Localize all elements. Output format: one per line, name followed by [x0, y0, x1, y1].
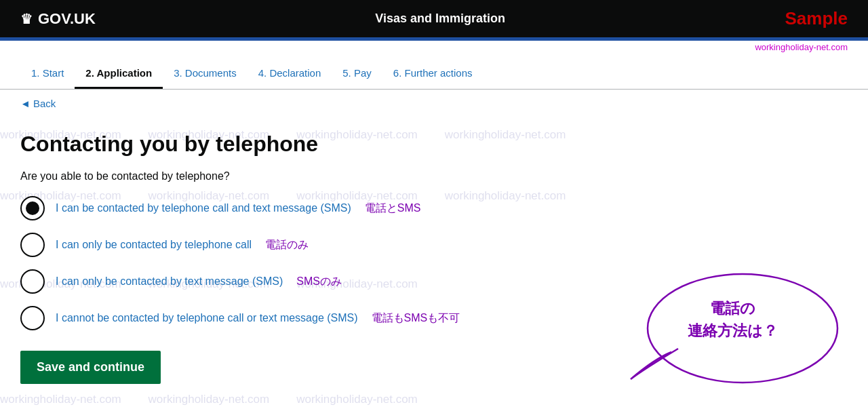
site-header: ♛ GOV.UK Visas and Immigration Sample: [0, 0, 868, 37]
main-content: Contacting you by telephone Are you able…: [0, 118, 576, 407]
radio-option-3[interactable]: I can only be contacted by text message …: [20, 269, 556, 294]
progress-tabs: 1. Start 2. Application 3. Documents 4. …: [0, 54, 868, 90]
radio-label-row-1: I can be contacted by telephone call and…: [56, 201, 420, 216]
site-title: Visas and Immigration: [375, 12, 505, 26]
back-link-container: ◄ Back: [0, 90, 868, 118]
contact-options: I can be contacted by telephone call and…: [20, 196, 556, 330]
save-button-container: Save and continue: [20, 351, 556, 384]
radio-label-3: I can only be contacted by text message …: [56, 275, 283, 288]
tab-documents[interactable]: 3. Documents: [163, 62, 248, 89]
radio-input-3[interactable]: [20, 269, 45, 294]
radio-label-jp-4: 電話もSMSも不可: [372, 311, 460, 326]
save-continue-button[interactable]: Save and continue: [20, 351, 161, 384]
page-heading: Contacting you by telephone: [20, 132, 556, 157]
gov-logo: ♛ GOV.UK: [20, 10, 96, 28]
back-button[interactable]: ◄ Back: [20, 98, 56, 109]
tab-pay[interactable]: 5. Pay: [332, 62, 382, 89]
watermark-site-label: workingholiday-net.com: [0, 41, 868, 54]
balloon-annotation: 電話の連絡方法は？: [617, 254, 848, 389]
svg-point-0: [648, 274, 837, 383]
radio-input-2[interactable]: [20, 233, 45, 257]
radio-input-1[interactable]: [20, 196, 45, 220]
radio-label-row-4: I cannot be contacted by telephone call …: [56, 311, 460, 326]
radio-option-1[interactable]: I can be contacted by telephone call and…: [20, 196, 556, 220]
tab-further-actions[interactable]: 6. Further actions: [382, 62, 484, 89]
radio-option-2[interactable]: I can only be contacted by telephone cal…: [20, 233, 556, 257]
radio-label-1: I can be contacted by telephone call and…: [56, 202, 351, 214]
balloon-svg: [617, 254, 848, 389]
radio-label-row-3: I can only be contacted by text message …: [56, 275, 342, 289]
crown-icon: ♛: [20, 11, 33, 27]
tab-application[interactable]: 2. Application: [75, 62, 163, 89]
radio-label-row-2: I can only be contacted by telephone cal…: [56, 238, 309, 252]
tab-declaration[interactable]: 4. Declaration: [248, 62, 332, 89]
tab-start[interactable]: 1. Start: [20, 62, 75, 89]
radio-label-jp-2: 電話のみ: [265, 238, 309, 252]
question-text: Are you able to be contacted by telephon…: [20, 170, 556, 182]
radio-input-4[interactable]: [20, 306, 45, 330]
radio-label-jp-1: 電話とSMS: [365, 201, 421, 216]
radio-label-4: I cannot be contacted by telephone call …: [56, 312, 358, 324]
radio-option-4[interactable]: I cannot be contacted by telephone call …: [20, 306, 556, 330]
main-content-wrapper: workingholiday-net.com workingholiday-ne…: [0, 118, 868, 407]
radio-label-jp-3: SMSのみ: [296, 275, 342, 289]
gov-logo-text: GOV.UK: [38, 10, 96, 28]
radio-label-2: I can only be contacted by telephone cal…: [56, 239, 252, 251]
sample-watermark: Sample: [785, 8, 848, 29]
